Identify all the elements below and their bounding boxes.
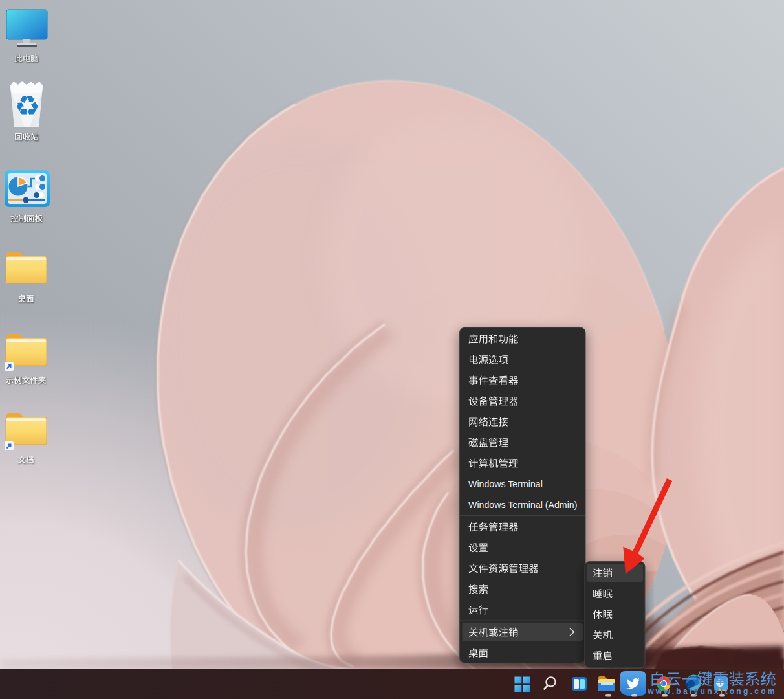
- svg-text:Windows Terminal: Windows Terminal: [468, 479, 543, 489]
- svg-text:www.baiyunxitong.com: www.baiyunxitong.com: [647, 687, 777, 696]
- svg-text:Windows Terminal (Admin): Windows Terminal (Admin): [468, 500, 577, 510]
